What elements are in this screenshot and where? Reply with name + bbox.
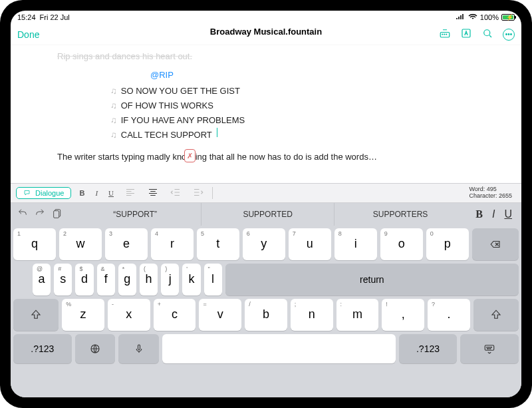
indent-right-button[interactable] [190, 186, 207, 200]
kbd-underline-button[interactable]: U [504, 208, 512, 220]
keyboard-settings-icon[interactable] [439, 27, 451, 42]
key-o[interactable]: 9o [380, 228, 423, 260]
format-toolbar: Dialogue B I U Word: 495 Character: 2655 [11, 183, 521, 203]
redo-button[interactable] [35, 208, 45, 221]
svg-point-1 [442, 33, 443, 34]
music-note-icon: ♫ [110, 113, 117, 128]
key-s[interactable]: #s [54, 264, 72, 296]
key-z[interactable]: %z [62, 299, 104, 331]
lyric-line[interactable]: ♫SO NOW YOU GET THE GIST [37, 84, 495, 99]
more-menu-icon[interactable]: ••• [503, 29, 515, 41]
faded-action-line: Rip sings and dances his heart out. [37, 49, 495, 64]
search-icon[interactable] [481, 27, 493, 42]
svg-point-5 [484, 29, 490, 35]
key-n[interactable]: ;n [291, 299, 333, 331]
key-i[interactable]: 8i [334, 228, 377, 260]
text-cursor [217, 128, 217, 137]
divider [212, 187, 213, 199]
key-m[interactable]: :m [336, 299, 379, 331]
lyric-line[interactable]: ♫CALL TECH SUPPORT [37, 128, 495, 142]
word-count-display: Word: 495 Character: 2655 [469, 186, 516, 200]
svg-point-12 [488, 347, 489, 347]
battery-pct: 100% [480, 13, 499, 21]
lyric-line[interactable]: ♫OF HOW THIS WORKS [37, 99, 495, 113]
key-g[interactable]: *g [118, 264, 136, 296]
kbd-italic-button[interactable]: I [492, 208, 495, 220]
character-cue[interactable]: @RIP [37, 68, 495, 83]
app-toolbar: Done Broadway Musical.fountain ••• [11, 24, 521, 45]
svg-point-15 [487, 348, 488, 349]
key-l[interactable]: "l [204, 264, 222, 296]
backspace-key[interactable] [472, 228, 519, 260]
globe-key[interactable] [75, 334, 116, 363]
key-r[interactable]: 4r [151, 228, 194, 260]
shift-key[interactable] [13, 299, 59, 331]
element-type-picker[interactable]: Dialogue [16, 187, 71, 199]
svg-rect-9 [138, 345, 140, 350]
kbd-bold-button[interactable]: B [475, 208, 483, 220]
music-note-icon: ♫ [110, 84, 117, 99]
key-x[interactable]: -x [108, 299, 150, 331]
clipboard-button[interactable] [52, 208, 63, 221]
battery-icon: ⚡ [501, 14, 515, 21]
action-line[interactable]: The writer starts typing madly know✗ing … [37, 150, 495, 164]
suggestion-1[interactable]: “SUPPORT” [69, 203, 201, 226]
key-f[interactable]: &f [97, 264, 115, 296]
key-q[interactable]: 1q [13, 228, 56, 260]
svg-point-13 [489, 347, 490, 347]
key-.[interactable]: ?. [428, 299, 470, 331]
svg-rect-7 [54, 210, 59, 218]
key-w[interactable]: 2w [59, 228, 102, 260]
svg-point-14 [491, 347, 492, 347]
svg-point-2 [444, 33, 445, 34]
key-,[interactable]: !, [382, 299, 424, 331]
document-title: Broadway Musical.fountain [210, 27, 322, 37]
key-v[interactable]: =v [199, 299, 241, 331]
key-b[interactable]: /b [245, 299, 287, 331]
date: Fri 22 Jul [40, 13, 70, 21]
svg-point-17 [490, 348, 491, 349]
signal-icon [456, 13, 466, 21]
svg-point-11 [487, 347, 487, 347]
svg-point-3 [446, 33, 447, 34]
key-u[interactable]: 7u [289, 228, 331, 260]
bold-button[interactable]: B [76, 189, 87, 197]
onscreen-keyboard: 1q2w3e4r5t6y7u8i9o0p @a#s$d&f*g(h)j'k"l … [11, 226, 521, 397]
done-button[interactable]: Done [17, 29, 39, 40]
music-note-icon: ♫ [110, 128, 117, 142]
text-style-icon[interactable] [460, 27, 472, 42]
dictation-key[interactable] [118, 334, 159, 363]
lyric-line[interactable]: ♫IF YOU HAVE ANY PROBLEMS [37, 113, 495, 128]
spellcheck-marker-icon[interactable]: ✗ [184, 149, 196, 163]
key-d[interactable]: $d [75, 264, 93, 296]
key-t[interactable]: 5t [197, 228, 239, 260]
suggestion-3[interactable]: SUPPORTERS [334, 203, 466, 226]
shift-key-right[interactable] [473, 299, 519, 331]
return-key[interactable]: return [225, 264, 519, 296]
keyboard-suggestion-bar: “SUPPORT” SUPPORTED SUPPORTERS B I U [11, 203, 521, 226]
wifi-icon [468, 13, 477, 21]
num-switch-key[interactable]: .?123 [13, 334, 72, 363]
suggestion-2[interactable]: SUPPORTED [201, 203, 333, 226]
key-a[interactable]: @a [33, 264, 51, 296]
key-h[interactable]: (h [140, 264, 158, 296]
key-y[interactable]: 6y [243, 228, 285, 260]
svg-point-16 [489, 348, 489, 349]
key-p[interactable]: 0p [426, 228, 469, 260]
align-center-button[interactable] [144, 186, 162, 200]
editor-area[interactable]: Rip sings and dances his heart out. @RIP… [11, 45, 521, 171]
key-k[interactable]: 'k [182, 264, 200, 296]
undo-button[interactable] [17, 208, 28, 221]
clock: 15:24 [17, 13, 36, 21]
italic-button[interactable]: I [92, 189, 100, 197]
status-bar: 15:24 Fri 22 Jul 100% ⚡ [11, 11, 521, 24]
key-j[interactable]: )j [161, 264, 179, 296]
key-e[interactable]: 3e [105, 228, 148, 260]
num-switch-key-right[interactable]: .?123 [399, 334, 458, 363]
align-left-button[interactable] [122, 186, 139, 200]
hide-keyboard-key[interactable] [460, 334, 519, 363]
indent-left-button[interactable] [167, 186, 184, 200]
underline-button[interactable]: U [106, 189, 116, 197]
key-c[interactable]: +c [154, 299, 196, 331]
space-key[interactable] [162, 334, 396, 363]
